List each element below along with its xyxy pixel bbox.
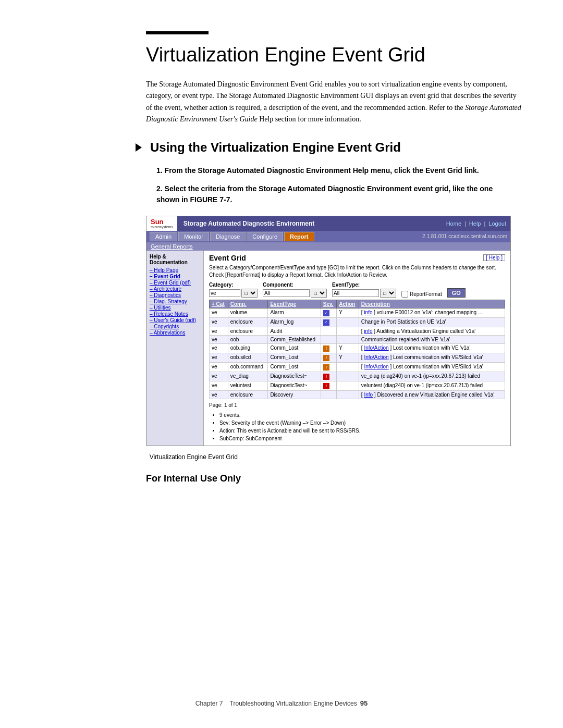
nav-bar: Admin Monitor Diagnose Configure Report … <box>146 231 510 242</box>
category-label: Category: <box>209 282 258 288</box>
content-area: Help &Documentation – Help Page – Event … <box>146 251 510 446</box>
page-container: Virtualization Engine Event Grid The Sto… <box>0 0 563 728</box>
cell-action: Y <box>337 343 359 353</box>
filter-component: Component: □ <box>263 282 327 298</box>
tab-diagnose[interactable]: Diagnose <box>210 232 246 241</box>
sidebar-link-abbreviations[interactable]: – Abbreviations <box>150 330 200 336</box>
cell-comp: volume <box>228 308 268 317</box>
help-link-header[interactable]: Help <box>469 220 481 227</box>
cell-eventtype: Discovery <box>268 390 321 399</box>
footer-chapter: Chapter 7 Troubleshooting Virtualization… <box>195 700 357 707</box>
footer-page: 95 <box>360 699 368 707</box>
warning-icon: ! <box>323 346 329 352</box>
cell-action: Y <box>337 353 359 362</box>
cell-action <box>337 381 359 390</box>
cell-sev: ! <box>321 343 337 353</box>
figure-caption: Virtualization Engine Event Grid <box>146 453 521 461</box>
table-row: ve ve_diag DiagnosticTest~ ! ve_diag (di… <box>210 372 505 381</box>
sun-app-title: Storage Automated Diagnostic Environment <box>177 216 442 231</box>
col-sev[interactable]: Sev. <box>321 300 337 308</box>
sidebar-link-architecture[interactable]: – Architecture <box>150 286 200 292</box>
sidebar-link-usersguidepdf[interactable]: – User's Guide (pdf) <box>150 317 200 323</box>
tab-report[interactable]: Report <box>284 232 314 241</box>
section-heading-text: Using the Virtualization Engine Event Gr… <box>150 140 401 155</box>
cell-sev <box>321 390 337 399</box>
sidebar-link-releasenotes[interactable]: – Release Notes <box>150 311 200 317</box>
cell-cat: ve <box>210 335 228 343</box>
table-body: ve volume Alarm ✓ Y [ info ] volume E000… <box>210 308 505 399</box>
cell-cat: ve <box>210 390 228 399</box>
col-action[interactable]: Action <box>337 300 359 308</box>
cell-eventtype: Audit <box>268 327 321 335</box>
cell-sev: ! <box>321 372 337 381</box>
figure-title: Virtualization Engine Event Grid <box>150 453 238 461</box>
sidebar-link-utilities[interactable]: – Utilities <box>150 305 200 311</box>
cell-action: Y <box>337 308 359 317</box>
cell-action <box>337 390 359 399</box>
sun-header: Sun microsystems Storage Automated Diagn… <box>146 216 510 231</box>
cell-eventtype: Comm_Lost <box>268 353 321 362</box>
category-input[interactable] <box>209 289 240 297</box>
component-label: Component: <box>263 282 327 288</box>
cell-desc: [ info ] volume E00012 on 'v1a': changed… <box>359 308 505 317</box>
cell-action <box>337 317 359 327</box>
cell-sev: ✓ <box>321 317 337 327</box>
tab-monitor[interactable]: Monitor <box>178 232 209 241</box>
cell-eventtype: Alarm_log <box>268 317 321 327</box>
report-format-checkbox[interactable] <box>401 291 408 298</box>
cell-cat: ve <box>210 381 228 390</box>
internal-use-label: For Internal Use Only <box>146 473 521 484</box>
sidebar-link-eventgridpdf[interactable]: – Event Grid (pdf) <box>150 280 200 286</box>
sidebar-link-diagstrategy[interactable]: – Diag. Strategy <box>150 299 200 304</box>
cell-cat: ve <box>210 362 228 372</box>
table-row: ve oob Comm_Established Communication re… <box>210 335 505 343</box>
cell-desc: [ Info ] Discovered a new Virtualization… <box>359 390 505 399</box>
sidebar-link-eventgrid[interactable]: – Event Grid <box>150 274 200 279</box>
sidebar-link-helppage[interactable]: – Help Page <box>150 267 200 273</box>
sun-logo-area: Sun microsystems <box>146 216 177 231</box>
tab-configure[interactable]: Configure <box>247 232 283 241</box>
body-text-end: Help section for more information. <box>259 115 361 123</box>
cell-desc: Communication regained with VE 'v1a' <box>359 335 505 343</box>
sidebar-link-diagnostics[interactable]: – Diagnostics <box>150 292 200 298</box>
event-grid-help-link[interactable]: [ Help ] <box>483 254 505 261</box>
cell-desc: [ Info/Action ] Lost communication with … <box>359 353 505 362</box>
cell-eventtype: Alarm <box>268 308 321 317</box>
cell-sev <box>321 327 337 335</box>
col-eventtype[interactable]: EventType <box>268 300 321 308</box>
cell-cat: ve <box>210 308 228 317</box>
cell-cat: ve <box>210 317 228 327</box>
home-link[interactable]: Home <box>446 220 461 227</box>
general-reports-link[interactable]: General Reports <box>151 243 193 250</box>
col-desc[interactable]: Description <box>359 300 505 308</box>
go-button[interactable]: GO <box>447 288 466 298</box>
eventtype-input[interactable] <box>332 289 379 297</box>
nav-tabs: Admin Monitor Diagnose Configure Report <box>150 232 314 241</box>
component-select[interactable]: □ <box>311 289 327 298</box>
warning-icon: ! <box>323 355 329 361</box>
left-sidebar: Help &Documentation – Help Page – Event … <box>146 251 204 446</box>
sidebar-link-copyrights[interactable]: – Copyrights <box>150 324 200 329</box>
sub-nav: General Reports <box>146 242 510 251</box>
filter-eventtype: EventType: □ <box>332 282 396 298</box>
tab-admin[interactable]: Admin <box>150 232 177 241</box>
col-comp[interactable]: Comp. <box>228 300 268 308</box>
cell-cat: ve <box>210 353 228 362</box>
eventtype-select[interactable]: □ <box>380 289 396 298</box>
logout-link[interactable]: Logout <box>488 220 506 227</box>
cell-action <box>337 372 359 381</box>
eventtype-input-row: □ <box>332 289 396 298</box>
main-content: Event Grid [ Help ] Select a Category/Co… <box>204 251 510 446</box>
cell-sev <box>321 335 337 343</box>
col-cat[interactable]: + Cat <box>210 300 228 308</box>
warning-icon: ! <box>323 364 329 371</box>
cell-action <box>337 335 359 343</box>
category-select[interactable]: □ <box>241 289 258 298</box>
component-input[interactable] <box>263 289 310 297</box>
page-info: Page: 1 of 1 <box>209 402 505 408</box>
event-grid-title: Event Grid <box>209 254 246 262</box>
cell-desc: Change in Port Statistics on UE 'v1a' <box>359 317 505 327</box>
legend: 9 events. Sev: Severity of the event (Wa… <box>209 411 505 442</box>
step-2: 2. Select the criteria from the Storage … <box>156 183 511 205</box>
cell-eventtype: DiagnosticTest~ <box>268 372 321 381</box>
